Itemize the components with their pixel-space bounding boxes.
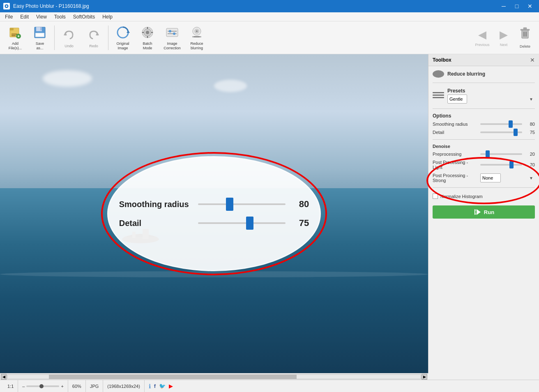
post-processing-light-value: 70: [525, 162, 535, 167]
svg-point-1: [6, 5, 7, 7]
presets-select[interactable]: Gentle Normal Strong Custom: [447, 95, 467, 104]
post-processing-light-track[interactable]: [480, 164, 522, 166]
previous-button[interactable]: ◀ Previous: [472, 23, 493, 53]
next-button[interactable]: ▶ Next: [493, 23, 514, 53]
toolbox-body: Reduce blurring Presets Gentle Normal: [428, 66, 539, 373]
slider-overlay: Smoothing radius 80 Detail 75: [107, 156, 321, 271]
detail-thumb: [514, 129, 518, 136]
add-files-button[interactable]: AddFile(s)...: [3, 23, 27, 53]
maximize-button[interactable]: □: [511, 2, 523, 10]
toolbox-title: Toolbox: [433, 57, 451, 63]
overlay-detail-value: 75: [290, 218, 309, 228]
normalize-histogram-checkbox[interactable]: [433, 194, 438, 199]
normalize-histogram-label: Normalize Histogram: [440, 194, 483, 199]
twitter-icon[interactable]: 🐦: [159, 383, 166, 389]
toolbar-nav: ◀ Previous ▶ Next Delete: [472, 23, 536, 53]
undo-label: Undo: [64, 44, 74, 48]
svg-rect-36: [523, 32, 525, 37]
menu-softorbits[interactable]: SoftOrbits: [70, 13, 98, 21]
options-label: Options: [433, 113, 535, 119]
svg-rect-44: [475, 210, 477, 214]
zoom-minus-icon[interactable]: –: [22, 384, 25, 389]
zoom-control-section: – +: [18, 380, 68, 392]
preprocessing-row: Preprocessing 20: [433, 151, 535, 157]
scroll-left-button[interactable]: ◀: [1, 374, 7, 380]
detail-label: Detail: [433, 130, 478, 135]
horizontal-scrollbar: ◀ ▶: [0, 373, 428, 380]
facebook-icon[interactable]: f: [154, 383, 156, 389]
svg-rect-5: [12, 35, 16, 36]
overlay-detail-track[interactable]: [198, 222, 286, 224]
save-as-icon: [32, 25, 47, 40]
zoom-percent: 60%: [72, 384, 81, 389]
detail-track[interactable]: [480, 131, 522, 133]
overlay-smoothing-row: Smoothing radius 80: [119, 199, 309, 210]
run-button[interactable]: Run: [433, 205, 535, 219]
menu-tools[interactable]: Tools: [51, 13, 69, 21]
cloud-1: [43, 70, 92, 87]
menu-help[interactable]: Help: [99, 13, 116, 21]
svg-rect-25: [166, 28, 178, 37]
smoothing-radius-track[interactable]: [480, 123, 522, 125]
close-button[interactable]: ✕: [524, 2, 536, 10]
post-processing-strong-select[interactable]: None Light Medium Strong: [480, 173, 501, 182]
svg-marker-17: [127, 30, 130, 33]
overlay-smoothing-thumb: [226, 198, 233, 211]
overlay-detail-thumb: [246, 217, 253, 230]
next-label: Next: [500, 43, 508, 47]
preprocessing-label: Preprocessing: [433, 152, 478, 157]
image-area[interactable]: Smoothing radius 80 Detail 75: [0, 54, 428, 373]
presets-row: Presets Gentle Normal Strong Custom ▼: [433, 87, 535, 104]
undo-button[interactable]: Undo: [57, 23, 81, 53]
original-image-button[interactable]: OriginalImage: [111, 23, 135, 53]
smoothing-radius-thumb: [509, 120, 513, 128]
zoom-slider-track[interactable]: [26, 385, 59, 387]
add-files-icon: [8, 25, 23, 40]
minimize-button[interactable]: ─: [498, 2, 509, 10]
reduce-blurring-section-label: Reduce blurring: [447, 71, 485, 77]
preprocessing-track[interactable]: [480, 153, 522, 155]
post-processing-light-label: Post Processing - Light: [433, 160, 478, 170]
menu-file[interactable]: File: [2, 13, 16, 21]
toolbar-sep-1: [54, 25, 55, 50]
svg-point-29: [173, 32, 175, 35]
delete-button[interactable]: Delete: [514, 23, 536, 53]
presets-select-row: Gentle Normal Strong Custom ▼: [447, 95, 535, 104]
scroll-right-button[interactable]: ▶: [422, 374, 427, 380]
zoom-ratio-section: 1:1: [3, 380, 18, 392]
zoom-pct-section: 60%: [68, 380, 86, 392]
menu-edit[interactable]: Edit: [17, 13, 32, 21]
divider-3: [433, 139, 535, 140]
toolbox-close-button[interactable]: ✕: [530, 57, 535, 63]
overlay-smoothing-track[interactable]: [198, 203, 286, 205]
info-icon[interactable]: ℹ: [149, 383, 151, 390]
svg-marker-45: [477, 209, 481, 215]
menu-view[interactable]: View: [33, 13, 50, 21]
scroll-track[interactable]: [7, 374, 421, 379]
redo-button[interactable]: Redo: [82, 23, 106, 53]
reduce-blurring-button[interactable]: Reduceblurring: [185, 23, 209, 53]
original-image-icon: [115, 25, 130, 40]
format-section: JPG: [86, 380, 103, 392]
save-as-button[interactable]: Saveas...: [28, 23, 52, 53]
svg-rect-8: [18, 35, 19, 37]
smoothing-radius-row: Smoothing radius 80: [433, 121, 535, 127]
zoom-plus-icon[interactable]: +: [61, 384, 63, 389]
post-processing-strong-label: Post Processing - Strong: [433, 173, 478, 183]
youtube-icon[interactable]: ▶: [169, 383, 173, 389]
batch-mode-button[interactable]: BatchMode: [136, 23, 159, 53]
svg-rect-38: [521, 29, 530, 30]
delete-label: Delete: [520, 44, 530, 48]
main-layout: Smoothing radius 80 Detail 75 Toolbox: [0, 54, 539, 373]
zoom-ratio: 1:1: [7, 384, 14, 389]
status-bar: 1:1 – + 60% JPG (1968x1269x24) ℹ f 🐦 ▶: [0, 380, 539, 392]
image-correction-icon: [165, 25, 180, 40]
dimensions-section: (1968x1269x24): [103, 380, 145, 392]
svg-rect-34: [194, 36, 200, 37]
run-label: Run: [484, 209, 494, 215]
toolbar-sep-2: [108, 25, 108, 50]
presets-label: Presets: [447, 88, 535, 94]
smoothing-radius-value: 80: [525, 122, 535, 127]
image-correction-button[interactable]: ImageCorrection: [160, 23, 184, 53]
scroll-thumb: [49, 375, 297, 379]
